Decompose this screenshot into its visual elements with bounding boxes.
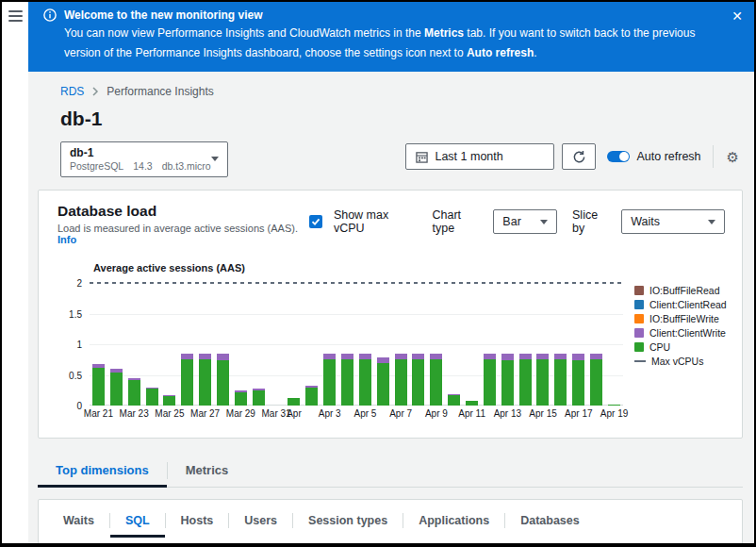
announcement-banner: Welcome to the new monitoring view You c… (28, 2, 754, 72)
info-link[interactable]: Info (58, 234, 76, 245)
dimensions-card: Waits SQL Hosts Users Session types Appl… (38, 499, 743, 543)
legend-item: CPU (634, 341, 727, 353)
bar-segment-cpu (341, 359, 353, 406)
bar-apr-19[interactable] (605, 283, 623, 406)
bar-apr-11[interactable] (463, 283, 481, 406)
chevron-down-icon (211, 157, 219, 161)
bar-mar-24[interactable] (143, 283, 161, 406)
tab-top-dimensions[interactable]: Top dimensions (38, 455, 167, 487)
bar-segment-cpu (92, 368, 105, 406)
time-range-picker[interactable]: Last 1 month (405, 143, 554, 170)
bar-mar-22[interactable] (107, 283, 125, 406)
bar-apr-9[interactable] (427, 283, 445, 406)
x-axis-tick-label: Mar 21 (84, 408, 113, 419)
bar-apr-17[interactable] (569, 283, 587, 406)
bar-apr-8[interactable] (409, 283, 427, 406)
database-load-title: Database load (58, 203, 309, 220)
tab-users[interactable]: Users (229, 504, 292, 538)
tab-metrics[interactable]: Metrics (168, 455, 247, 487)
chevron-right-icon (91, 87, 99, 96)
bar-apr-4[interactable] (338, 283, 356, 406)
refresh-button[interactable] (562, 143, 596, 170)
check-icon (311, 217, 320, 226)
banner-close-icon[interactable]: ✕ (731, 9, 743, 23)
legend-item: IO:BuffFileWrite (634, 313, 727, 324)
bar-segment-cpu (235, 392, 247, 406)
bar-apr-2[interactable] (303, 283, 320, 406)
bar-segment-cpu (217, 360, 229, 406)
chart-title: Average active sessions (AAS) (93, 262, 729, 274)
bar-apr-18[interactable] (587, 283, 605, 406)
chevron-down-icon (708, 220, 715, 224)
bar-apr-3[interactable] (320, 283, 338, 406)
legend-color-swatch (634, 286, 644, 295)
chart-type-select[interactable]: Bar (493, 209, 557, 234)
bar-segment-cpu (395, 359, 407, 406)
x-axis-tick-label: Apr 15 (529, 408, 556, 419)
chart-bars (90, 283, 623, 406)
bar-mar-25[interactable] (160, 283, 178, 406)
bar-segment-cpu (536, 359, 549, 406)
x-axis-tick-label: Apr 17 (565, 408, 592, 419)
legend-color-swatch (634, 300, 644, 309)
bar-segment-cpu (484, 359, 496, 406)
bar-segment-cpu (519, 359, 532, 406)
legend-label: Client:ClientRead (649, 299, 727, 310)
x-axis-tick-label: Apr 9 (425, 408, 448, 419)
bar-mar-30[interactable] (250, 283, 268, 406)
x-axis-tick-label: Mar 23 (120, 408, 149, 419)
tab-waits[interactable]: Waits (48, 504, 109, 538)
bar-apr-14[interactable] (517, 283, 534, 406)
bar-apr-7[interactable] (392, 283, 410, 406)
bar-apr-15[interactable] (534, 283, 551, 406)
tab-sql[interactable]: SQL (110, 504, 165, 538)
bar-mar-26[interactable] (178, 283, 196, 406)
y-axis-tick-label: 1 (76, 340, 82, 350)
bar-segment-cpu (253, 390, 265, 406)
bar-apr-16[interactable] (551, 283, 569, 406)
dimension-tabs: Waits SQL Hosts Users Session types Appl… (39, 500, 742, 538)
x-axis-tick-label: Apr 19 (600, 408, 628, 419)
chart-plot[interactable]: 21.510.50 (90, 283, 623, 406)
y-axis-tick-label: 2 (76, 278, 82, 289)
bar-mar-31[interactable] (268, 283, 286, 406)
tab-hosts[interactable]: Hosts (166, 504, 229, 538)
legend-color-swatch (634, 342, 644, 352)
legend-label: Max vCPUs (651, 356, 703, 367)
auto-refresh-toggle[interactable] (607, 151, 630, 162)
calendar-icon (416, 151, 428, 163)
legend-label: IO:BuffFileRead (649, 285, 720, 296)
settings-gear-icon[interactable]: ⚙ (725, 148, 741, 166)
breadcrumb-rds-link[interactable]: RDS (60, 85, 84, 98)
bar-mar-21[interactable] (90, 283, 107, 406)
bar-apr-6[interactable] (374, 283, 392, 406)
bar-apr-10[interactable] (445, 283, 463, 406)
divider (713, 145, 714, 168)
bar-apr-5[interactable] (356, 283, 374, 406)
bar-mar-23[interactable] (125, 283, 143, 406)
bar-apr-12[interactable] (481, 283, 499, 406)
chart-x-axis: Mar 21Mar 23Mar 25Mar 27Mar 29Mar 31AprA… (90, 408, 623, 423)
bar-segment-cpu (572, 360, 584, 406)
collapsed-sidebar (2, 2, 28, 543)
x-axis-tick-label: Apr 7 (389, 408, 412, 419)
bar-mar-27[interactable] (196, 283, 214, 406)
tab-applications[interactable]: Applications (403, 504, 504, 538)
bar-segment-cpu (590, 359, 602, 406)
bar-segment-cpu (323, 359, 336, 406)
show-max-vcpu-checkbox[interactable] (309, 215, 322, 228)
bar-segment-cpu (199, 359, 211, 406)
dashed-line-swatch (634, 360, 646, 362)
slice-by-select[interactable]: Waits (621, 209, 725, 234)
bar-mar-28[interactable] (214, 283, 232, 406)
bar-mar-29[interactable] (232, 283, 250, 406)
hamburger-menu-icon[interactable] (8, 10, 23, 22)
bar-segment-cpu (466, 401, 478, 406)
bar-apr-13[interactable] (499, 283, 517, 406)
bar-segment-cpu (163, 396, 175, 406)
database-selector-dropdown[interactable]: db-1 PostgreSQL14.3db.t3.micro (60, 141, 228, 177)
bar-apr-1[interactable] (285, 283, 303, 406)
info-icon (43, 8, 57, 22)
tab-databases[interactable]: Databases (505, 504, 595, 538)
tab-session-types[interactable]: Session types (293, 504, 403, 538)
